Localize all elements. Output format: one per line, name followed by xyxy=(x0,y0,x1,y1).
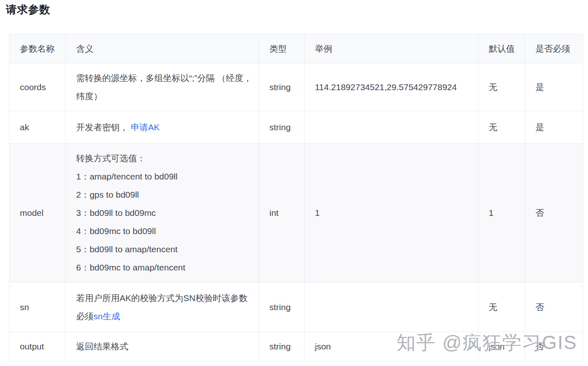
required-cell: 是 xyxy=(525,111,583,144)
type-cell: string xyxy=(259,63,305,111)
meaning-line: 6：bd09mc to amap/tencent xyxy=(76,258,254,277)
example-cell: json xyxy=(305,332,478,361)
table-row-ak: ak开发者密钥， 申请AKstring无是 xyxy=(10,111,583,144)
type-cell: string xyxy=(259,282,305,332)
required-cell: 否 xyxy=(525,282,583,332)
sn-generate-link[interactable]: sn生成 xyxy=(94,311,120,321)
col-header-default: 默认值 xyxy=(478,34,525,63)
meaning-cell: 需转换的源坐标，多组坐标以“;”分隔 （经度，纬度） xyxy=(66,63,259,111)
meaning-text: 转换方式可选值： xyxy=(76,153,146,163)
meaning-line: 返回结果格式 xyxy=(76,337,254,356)
example-cell: 114.21892734521,29.575429778924 xyxy=(305,63,478,111)
request-params-table: 参数名称 含义 类型 举例 默认值 是否必须 coords需转换的源坐标，多组坐… xyxy=(9,34,583,361)
example-cell xyxy=(305,282,478,332)
default-value-cell: 无 xyxy=(478,63,525,111)
meaning-text: 需转换的源坐标，多组坐标以“;”分隔 （经度，纬度） xyxy=(76,73,252,101)
meaning-line: 若用户所用AK的校验方式为SN校验时该参数必须sn生成 xyxy=(76,289,254,325)
meaning-text: 返回结果格式 xyxy=(76,342,128,351)
meaning-cell: 开发者密钥， 申请AK xyxy=(66,111,259,144)
meaning-line: 3：bd09ll to bd09mc xyxy=(76,204,254,222)
apply-ak-link[interactable]: 申请AK xyxy=(131,122,160,132)
meaning-line: 开发者密钥， 申请AK xyxy=(76,118,254,136)
col-header-required: 是否必须 xyxy=(525,34,583,63)
default-value-cell: json xyxy=(478,332,525,361)
type-cell: string xyxy=(259,111,305,144)
example-cell: 1 xyxy=(305,144,478,282)
meaning-line: 4：bd09mc to bd09ll xyxy=(76,222,254,240)
meaning-line: 2：gps to bd09ll xyxy=(76,186,254,204)
meaning-text: 4：bd09mc to bd09ll xyxy=(76,226,156,236)
table-row-sn: sn若用户所用AK的校验方式为SN校验时该参数必须sn生成string无否 xyxy=(10,282,583,332)
meaning-line: 需转换的源坐标，多组坐标以“;”分隔 （经度，纬度） xyxy=(76,69,254,105)
col-header-meaning: 含义 xyxy=(66,34,259,63)
col-header-example: 举例 xyxy=(305,34,478,63)
meaning-cell: 返回结果格式 xyxy=(66,332,259,361)
meaning-text: 开发者密钥， xyxy=(76,122,131,132)
param-name-cell: output xyxy=(10,332,66,361)
col-header-type: 类型 xyxy=(259,34,305,63)
meaning-cell: 转换方式可选值：1：amap/tencent to bd09ll2：gps to… xyxy=(66,144,259,282)
meaning-text: 6：bd09mc to amap/tencent xyxy=(76,263,185,272)
required-cell: 否 xyxy=(525,144,583,282)
param-name-cell: sn xyxy=(10,282,66,332)
table-header-row: 参数名称 含义 类型 举例 默认值 是否必须 xyxy=(10,34,583,63)
default-value-cell: 1 xyxy=(478,144,525,282)
meaning-cell: 若用户所用AK的校验方式为SN校验时该参数必须sn生成 xyxy=(66,282,259,332)
col-header-param-name: 参数名称 xyxy=(10,34,66,63)
meaning-text: 5：bd09ll to amap/tencent xyxy=(76,244,178,254)
type-cell: int xyxy=(259,144,305,282)
type-cell: string xyxy=(259,332,305,361)
required-cell: 否 xyxy=(525,332,583,361)
meaning-text: 2：gps to bd09ll xyxy=(76,190,139,199)
param-name-cell: model xyxy=(10,144,66,282)
table-row-model: model转换方式可选值：1：amap/tencent to bd09ll2：g… xyxy=(10,144,583,282)
meaning-line: 1：amap/tencent to bd09ll xyxy=(76,167,254,186)
example-cell xyxy=(305,111,478,144)
param-name-cell: coords xyxy=(10,63,66,111)
meaning-text: 3：bd09ll to bd09mc xyxy=(76,208,156,218)
default-value-cell: 无 xyxy=(478,111,525,144)
table-row-output: output返回结果格式stringjsonjson否 xyxy=(10,332,583,361)
page-title: 请求参数 xyxy=(6,2,50,17)
table-row-coords: coords需转换的源坐标，多组坐标以“;”分隔 （经度，纬度）string11… xyxy=(10,63,583,111)
param-name-cell: ak xyxy=(10,111,66,144)
meaning-text: 1：amap/tencent to bd09ll xyxy=(76,172,178,181)
meaning-line: 5：bd09ll to amap/tencent xyxy=(76,240,254,258)
required-cell: 是 xyxy=(525,63,583,111)
default-value-cell: 无 xyxy=(478,282,525,332)
meaning-line: 转换方式可选值： xyxy=(76,149,254,167)
